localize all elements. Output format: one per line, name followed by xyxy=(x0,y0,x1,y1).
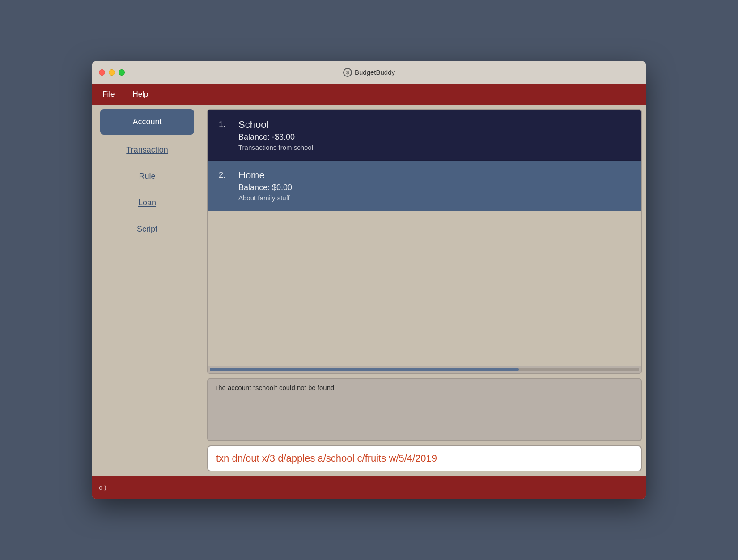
titlebar: $ BudgetBuddy xyxy=(92,61,646,84)
sidebar-item-rule[interactable]: Rule xyxy=(100,165,194,187)
account-number-1: 1. xyxy=(219,119,229,129)
main-content: Account Transaction Rule Loan Script 1. … xyxy=(92,105,646,476)
titlebar-title: $ BudgetBuddy xyxy=(343,68,395,77)
menubar: File Help xyxy=(92,84,646,105)
account-desc-home: About family stuff xyxy=(238,194,292,202)
account-info-school: School Balance: -$3.00 Transactions from… xyxy=(238,119,313,151)
account-desc-school: Transactions from school xyxy=(238,144,313,151)
maximize-button[interactable] xyxy=(119,69,125,76)
sidebar-item-account[interactable]: Account xyxy=(100,109,194,135)
account-name-school: School xyxy=(238,119,313,131)
account-name-home: Home xyxy=(238,170,292,181)
sidebar-item-transaction[interactable]: Transaction xyxy=(100,139,194,161)
close-button[interactable] xyxy=(99,69,105,76)
window-controls xyxy=(99,69,125,76)
account-items: 1. School Balance: -$3.00 Transactions f… xyxy=(208,110,641,366)
sidebar: Account Transaction Rule Loan Script xyxy=(92,105,203,476)
account-list-panel: 1. School Balance: -$3.00 Transactions f… xyxy=(203,105,646,476)
menu-help[interactable]: Help xyxy=(129,88,152,101)
scrollbar-track[interactable] xyxy=(210,368,639,371)
sidebar-item-script[interactable]: Script xyxy=(100,218,194,240)
scrollbar-thumb[interactable] xyxy=(210,368,519,371)
account-info-home: Home Balance: $0.00 About family stuff xyxy=(238,170,292,202)
account-list-empty-space xyxy=(208,211,641,366)
account-balance-school: Balance: -$3.00 xyxy=(238,132,313,142)
log-text: The account "school" could not be found xyxy=(214,384,334,391)
app-window: $ BudgetBuddy File Help Account Transact… xyxy=(92,61,646,499)
account-scroll-area: 1. School Balance: -$3.00 Transactions f… xyxy=(207,109,642,374)
account-balance-home: Balance: $0.00 xyxy=(238,183,292,192)
app-icon: $ xyxy=(343,68,352,77)
account-number-2: 2. xyxy=(219,170,229,180)
bottom-bar: o ) xyxy=(92,476,646,499)
sidebar-item-loan[interactable]: Loan xyxy=(100,192,194,214)
log-area: The account "school" could not be found xyxy=(207,378,642,441)
command-input-container[interactable] xyxy=(207,445,642,471)
account-card-home[interactable]: 2. Home Balance: $0.00 About family stuf… xyxy=(208,161,641,211)
account-card-school[interactable]: 1. School Balance: -$3.00 Transactions f… xyxy=(208,110,641,161)
command-input[interactable] xyxy=(216,453,633,464)
menu-file[interactable]: File xyxy=(99,88,118,101)
minimize-button[interactable] xyxy=(109,69,115,76)
scrollbar-area[interactable] xyxy=(208,366,641,373)
app-title: BudgetBuddy xyxy=(355,68,395,76)
bottom-text: o ) xyxy=(99,484,106,491)
